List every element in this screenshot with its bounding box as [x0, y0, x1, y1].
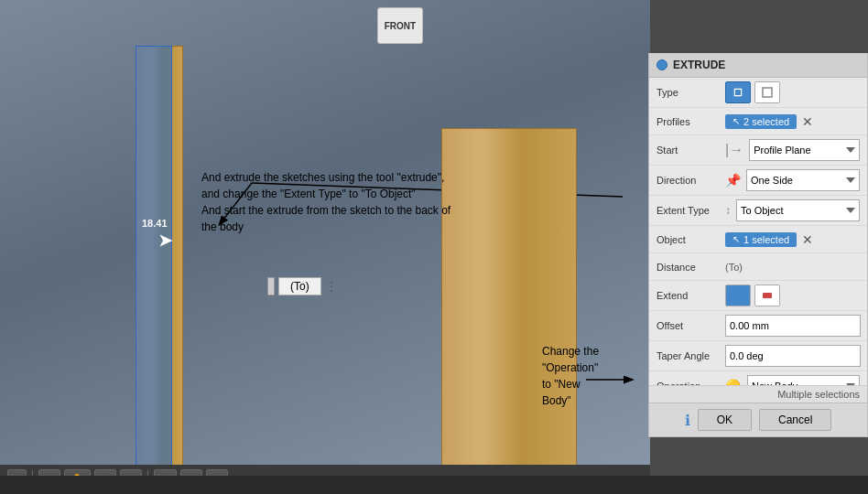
extrude-panel: EXTRUDE Type Profiles ↖ 2 selected ✕ Sta… — [648, 53, 868, 437]
annotation-2: Change the "Operation" to "New Body" — [542, 343, 599, 409]
direction-icon: 📌 — [725, 173, 741, 188]
type-btn-surface[interactable] — [754, 81, 780, 103]
extend-controls — [725, 285, 860, 306]
measurement-arrow: ➤ — [158, 231, 172, 251]
start-icon: |→ — [725, 142, 743, 158]
taper-angle-input[interactable] — [725, 345, 861, 367]
annotation-2-text: Change the "Operation" to "New Body" — [542, 343, 599, 409]
profiles-label: Profiles — [656, 116, 725, 127]
start-controls: |→ Profile Plane — [725, 139, 860, 161]
extend-btn-1[interactable] — [725, 285, 751, 306]
panel-header: EXTRUDE — [649, 53, 867, 78]
profiles-clear-btn[interactable]: ✕ — [800, 114, 815, 129]
svg-rect-7 — [763, 293, 772, 298]
start-label: Start — [656, 145, 725, 156]
measurement-label: 18.41 — [142, 218, 168, 229]
taper-angle-row: Taper Angle — [649, 341, 867, 371]
object-cursor-icon: ↖ — [732, 234, 740, 244]
direction-controls: 📌 One Side — [725, 169, 860, 191]
extent-type-select[interactable]: To Object — [736, 199, 860, 221]
to-label-left-bar — [267, 277, 275, 295]
extend-label: Extend — [656, 290, 725, 301]
svg-rect-5 — [763, 88, 772, 97]
taper-angle-label: Taper Angle — [656, 350, 725, 361]
direction-row: Direction 📌 One Side — [649, 166, 867, 196]
distance-row: Distance (To) — [649, 253, 867, 281]
offset-label: Offset — [656, 320, 725, 331]
start-select[interactable]: Profile Plane — [749, 139, 860, 161]
taper-angle-controls — [725, 345, 861, 367]
panel-title: EXTRUDE — [673, 59, 725, 71]
object-badge[interactable]: ↖ 1 selected — [725, 232, 797, 247]
extent-type-icon: ↕ — [725, 204, 731, 217]
profiles-controls: ↖ 2 selected ✕ — [725, 114, 860, 129]
sketch-overlay — [136, 46, 172, 471]
panel-header-dot — [656, 59, 667, 70]
object-label: Object — [656, 234, 725, 245]
panel-footer: Multiple selections ℹ OK Cancel — [649, 385, 867, 436]
cursor-icon: ↖ — [732, 116, 740, 126]
profiles-value: 2 selected — [743, 116, 789, 127]
extent-type-row: Extent Type ↕ To Object — [649, 196, 867, 226]
view-cube[interactable]: FRONT — [377, 7, 423, 44]
profiles-badge[interactable]: ↖ 2 selected — [725, 114, 797, 129]
cancel-button[interactable]: Cancel — [759, 409, 831, 431]
distance-value: (To) — [725, 262, 743, 273]
offset-input[interactable] — [725, 315, 861, 337]
distance-label: Distance — [656, 262, 725, 273]
type-controls — [725, 81, 860, 103]
to-label-menu[interactable]: ⋮ — [325, 279, 338, 294]
status-bar — [0, 476, 868, 494]
direction-select[interactable]: One Side — [746, 169, 860, 191]
extend-row: Extend — [649, 281, 867, 311]
to-label-container: (To) ⋮ — [267, 277, 338, 295]
distance-controls: (To) — [725, 262, 860, 273]
annotation-1-text: And extrude the sketches using the tool … — [201, 169, 450, 235]
ok-button[interactable]: OK — [698, 409, 752, 431]
extend-btn-2[interactable] — [754, 285, 780, 306]
type-row: Type — [649, 78, 867, 108]
extent-type-label: Extent Type — [656, 205, 725, 216]
multiple-selections-text: Multiple selections — [649, 385, 867, 403]
profiles-row: Profiles ↖ 2 selected ✕ — [649, 108, 867, 135]
footer-buttons: ℹ OK Cancel — [649, 403, 867, 436]
object-clear-btn[interactable]: ✕ — [800, 232, 815, 247]
object-row: Object ↖ 1 selected ✕ — [649, 226, 867, 253]
canvas-area: 18.41 ➤ And extrude the sketches using t… — [0, 0, 650, 494]
type-label: Type — [656, 87, 725, 98]
type-btn-solid[interactable] — [725, 81, 751, 103]
to-label-text: (To) — [278, 277, 321, 295]
svg-rect-4 — [735, 90, 741, 95]
object-controls: ↖ 1 selected ✕ — [725, 232, 860, 247]
svg-rect-6 — [733, 293, 743, 298]
object-value: 1 selected — [743, 234, 789, 245]
wood-body-right — [441, 128, 577, 476]
annotation-1: And extrude the sketches using the tool … — [201, 169, 450, 235]
info-icon: ℹ — [685, 412, 690, 429]
extent-type-controls: ↕ To Object — [725, 199, 860, 221]
start-row: Start |→ Profile Plane — [649, 135, 867, 166]
offset-row: Offset — [649, 311, 867, 341]
offset-controls — [725, 315, 861, 337]
direction-label: Direction — [656, 175, 725, 186]
